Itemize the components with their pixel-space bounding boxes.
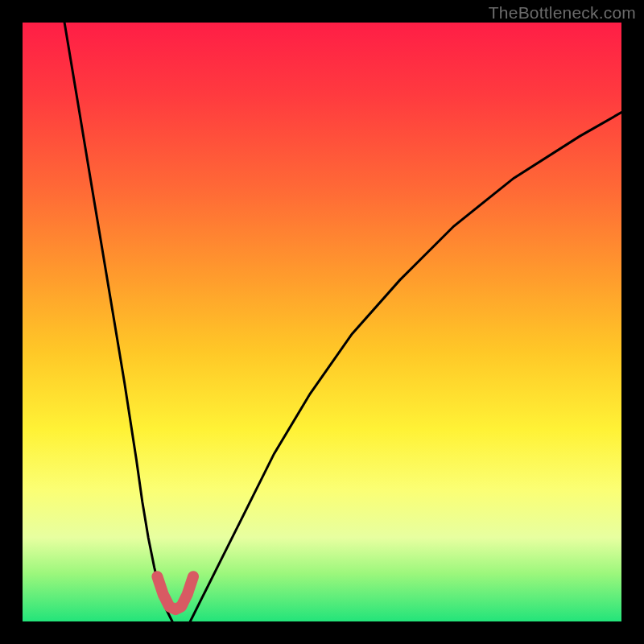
chart-frame: TheBottleneck.com xyxy=(0,0,644,644)
right-curve xyxy=(190,113,621,621)
curve-layer xyxy=(23,23,621,621)
plot-area xyxy=(23,23,621,621)
left-curve xyxy=(64,23,172,621)
watermark-text: TheBottleneck.com xyxy=(489,3,636,23)
valley-marker xyxy=(157,576,193,609)
